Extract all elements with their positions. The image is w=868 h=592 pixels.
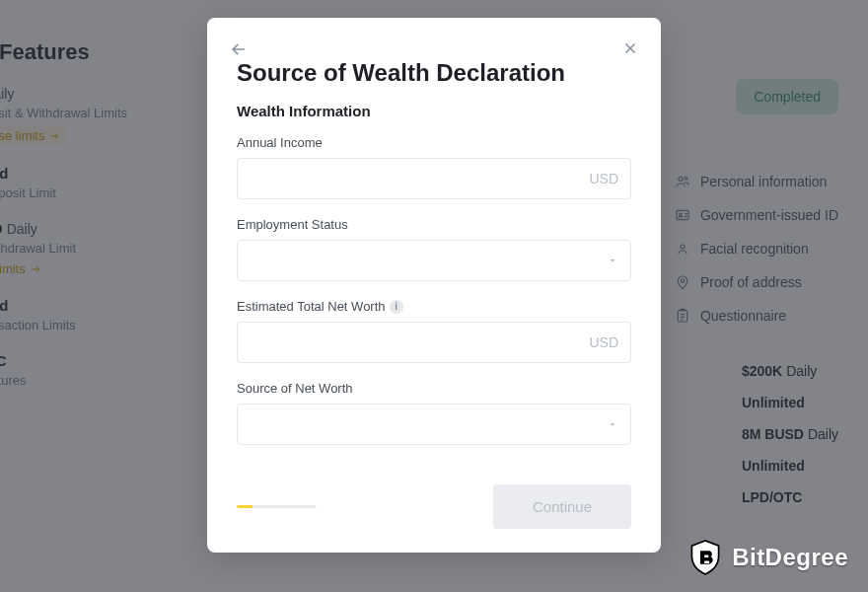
employment-status-select[interactable] (237, 240, 631, 281)
currency-label: USD (589, 334, 618, 350)
progress-bar (237, 505, 316, 508)
close-icon[interactable] (621, 39, 639, 57)
modal-overlay: Source of Wealth Declaration Wealth Info… (0, 0, 868, 592)
shield-icon (688, 539, 722, 576)
modal-subtitle: Wealth Information (237, 103, 631, 119)
source-net-worth-label: Source of Net Worth (237, 381, 631, 396)
chevron-down-icon (607, 418, 618, 430)
chevron-down-icon (607, 255, 618, 266)
currency-label: USD (589, 171, 618, 186)
continue-button[interactable]: Continue (493, 484, 631, 529)
back-icon[interactable] (229, 39, 249, 59)
employment-status-label: Employment Status (237, 217, 631, 232)
annual-income-input[interactable]: USD (237, 158, 631, 199)
bitdegree-logo: BitDegree (688, 539, 848, 576)
modal-title: Source of Wealth Declaration (237, 59, 631, 87)
info-icon[interactable]: i (390, 300, 403, 314)
annual-income-label: Annual Income (237, 135, 631, 150)
wealth-declaration-modal: Source of Wealth Declaration Wealth Info… (207, 18, 661, 553)
net-worth-input[interactable]: USD (237, 322, 631, 363)
net-worth-label: Estimated Total Net Worth i (237, 299, 631, 314)
source-net-worth-select[interactable] (237, 404, 631, 445)
